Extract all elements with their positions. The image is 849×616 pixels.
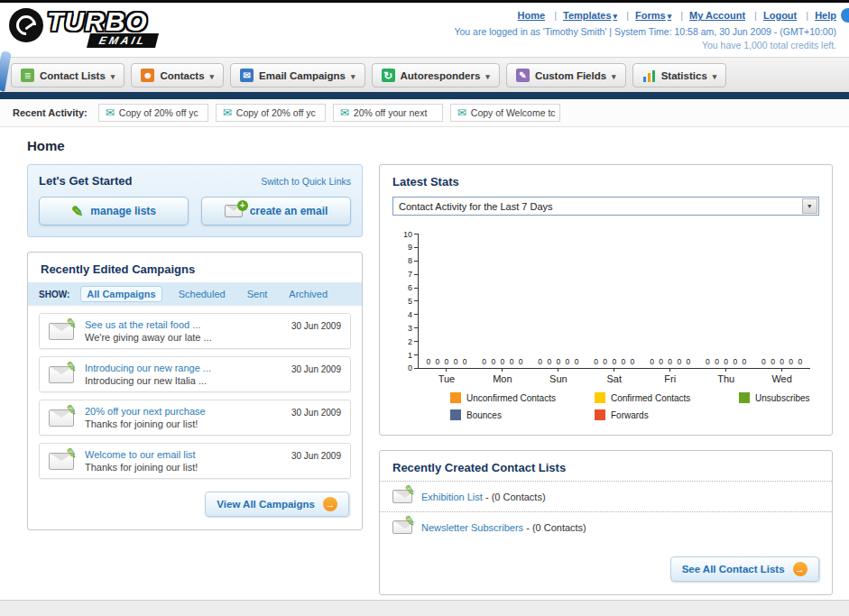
manage-lists-button[interactable]: manage lists: [39, 197, 189, 225]
chevron-down-icon: [802, 198, 817, 214]
recent-contact-lists-title: Recently Created Contact Lists: [380, 451, 832, 481]
top-link-logout[interactable]: Logout: [748, 10, 797, 21]
decoration-corner-dot: [841, 8, 849, 23]
contact-lists-icon: [21, 69, 34, 82]
contact-list-link[interactable]: Exhibition List: [421, 492, 483, 502]
footer-bar: [0, 600, 849, 616]
campaign-title-link[interactable]: Welcome to our email list: [85, 449, 281, 460]
latest-stats-panel: Latest Stats Contact Activity for the La…: [379, 164, 833, 436]
chevron-down-icon: [351, 70, 355, 81]
chevron-down-icon: [612, 70, 616, 81]
nav-tab-label: Autoresponders: [401, 70, 481, 81]
tab-sent[interactable]: Sent: [242, 287, 273, 301]
nav-tab-custom-fields[interactable]: Custom Fields: [506, 63, 626, 87]
page-title: Home: [27, 138, 826, 153]
x-axis-label: Sun: [549, 373, 568, 384]
legend-item: Confirmed Contacts: [595, 392, 730, 403]
arrow-right-icon: [793, 562, 807, 576]
recent-activity-item[interactable]: Copy of Welcome tc: [450, 104, 560, 122]
bar-value-labels: 0 0 0 0 0: [650, 357, 690, 366]
campaign-row[interactable]: 20% off your next purchase Thanks for jo…: [39, 400, 351, 436]
contact-list-count: - (0 Contacts): [485, 492, 546, 502]
login-info: You are logged in as 'Timothy Smith' | S…: [454, 25, 836, 40]
bar-value-labels: 0 0 0 0 0: [706, 357, 746, 366]
mail-edit-icon: [49, 453, 74, 470]
tab-all-campaigns[interactable]: All Campaigns: [80, 286, 161, 302]
create-email-button[interactable]: create an email: [201, 197, 351, 225]
legend-item: Unsubscribes: [739, 392, 810, 403]
stats-period-select[interactable]: Contact Activity for the Last 7 Days: [392, 197, 819, 216]
statistics-icon: [642, 69, 656, 82]
speedometer-icon: [9, 8, 43, 42]
logo-subtitle: EMAIL: [87, 33, 159, 48]
top-link-my-account[interactable]: My Account: [674, 10, 745, 21]
recent-activity-text: Copy of Welcome tc: [471, 107, 556, 118]
mail-edit-icon: [49, 366, 74, 383]
chart-day-group: 0 0 0 0 0Fri: [642, 234, 698, 368]
legend-swatch: [450, 409, 461, 420]
contact-list-item: Exhibition List - (0 Contacts): [380, 481, 832, 511]
get-started-panel: Let's Get Started Switch to Quick Links …: [27, 164, 363, 237]
chart-day-group: 0 0 0 0 0Wed: [754, 234, 810, 368]
mail-edit-icon: [49, 409, 74, 427]
pencil-icon: [65, 315, 78, 333]
campaign-subtitle: Thanks for joining our list!: [85, 418, 281, 429]
x-axis-label: Wed: [771, 373, 791, 384]
bar-value-labels: 0 0 0 0 0: [761, 357, 802, 366]
top-link-help[interactable]: Help: [799, 10, 836, 21]
nav-tab-contacts[interactable]: Contacts: [131, 63, 224, 87]
top-link-forms[interactable]: Forms: [620, 10, 671, 21]
pencil-icon: [65, 401, 78, 419]
see-all-contact-lists-button[interactable]: See All Contact Lists: [670, 556, 819, 582]
recent-activity-item[interactable]: 20% off your next: [333, 104, 443, 122]
contact-list-item: Newsletter Subscribers - (0 Contacts): [380, 511, 832, 542]
nav-tab-email-campaigns[interactable]: Email Campaigns: [230, 63, 365, 87]
chart-legend: Unconfirmed ContactsConfirmed ContactsUn…: [450, 392, 810, 420]
recent-activity-item[interactable]: Copy of 20% off yc: [216, 104, 326, 122]
chart-day-group: 0 0 0 0 0Mon: [475, 234, 531, 368]
main-nav: Contact Lists Contacts Email Campaigns A…: [0, 57, 849, 92]
pencil-icon: [65, 445, 78, 463]
campaign-row[interactable]: Introducing our new range ... Introducin…: [39, 356, 351, 392]
email-campaigns-icon: [240, 69, 254, 82]
see-all-contact-lists-label: See All Contact Lists: [682, 564, 785, 575]
envelope-plus-icon: [225, 205, 243, 217]
list-edit-icon: [392, 490, 412, 503]
envelope-icon: [106, 106, 115, 119]
switch-quick-links-link[interactable]: Switch to Quick Links: [261, 176, 351, 187]
legend-label: Bounces: [466, 410, 502, 420]
main-content: Home Let's Get Started Switch to Quick L…: [0, 127, 849, 595]
pencil-icon: [65, 358, 78, 376]
tab-archived[interactable]: Archived: [283, 287, 333, 301]
chart-day-group: 0 0 0 0 0Tue: [419, 234, 475, 368]
app-logo[interactable]: TURBO EMAIL: [9, 8, 157, 55]
campaign-title-link[interactable]: Introducing our new range ...: [85, 363, 281, 373]
nav-tab-statistics[interactable]: Statistics: [632, 63, 727, 87]
campaign-row[interactable]: See us at the retail food ... We're givi…: [39, 313, 351, 349]
recent-activity-item[interactable]: Copy of 20% off yc: [98, 104, 208, 122]
campaign-title-link[interactable]: See us at the retail food ...: [85, 319, 281, 330]
recent-activity-label: Recent Activity:: [13, 107, 88, 118]
stats-period-value: Contact Activity for the Last 7 Days: [399, 201, 553, 212]
chevron-down-icon: [485, 70, 490, 81]
view-all-campaigns-label: View All Campaigns: [217, 499, 315, 510]
header-right: Home Templates Forms My Account Logout H…: [454, 8, 836, 55]
campaign-title-link[interactable]: 20% off your next purchase: [85, 406, 281, 417]
chevron-down-icon: [713, 70, 717, 81]
tab-scheduled[interactable]: Scheduled: [173, 287, 231, 301]
pencil-icon: [403, 482, 417, 500]
top-link-templates[interactable]: Templates: [548, 10, 617, 21]
legend-swatch: [450, 392, 461, 403]
nav-tab-contact-lists[interactable]: Contact Lists: [11, 63, 125, 87]
nav-tab-autoresponders[interactable]: Autoresponders: [372, 63, 500, 87]
campaign-row[interactable]: Welcome to our email list Thanks for joi…: [39, 443, 351, 479]
campaign-date: 30 Jun 2009: [291, 364, 341, 374]
view-all-campaigns-button[interactable]: View All Campaigns: [205, 492, 349, 517]
nav-tab-label: Email Campaigns: [259, 70, 346, 81]
recent-campaigns-panel: Recently Edited Campaigns SHOW: All Camp…: [27, 252, 363, 530]
pencil-icon: [71, 203, 83, 220]
legend-swatch: [739, 392, 750, 403]
contact-list-link[interactable]: Newsletter Subscribers: [421, 522, 523, 533]
chart-day-group: 0 0 0 0 0Thu: [698, 234, 754, 368]
top-link-home[interactable]: Home: [518, 10, 546, 21]
